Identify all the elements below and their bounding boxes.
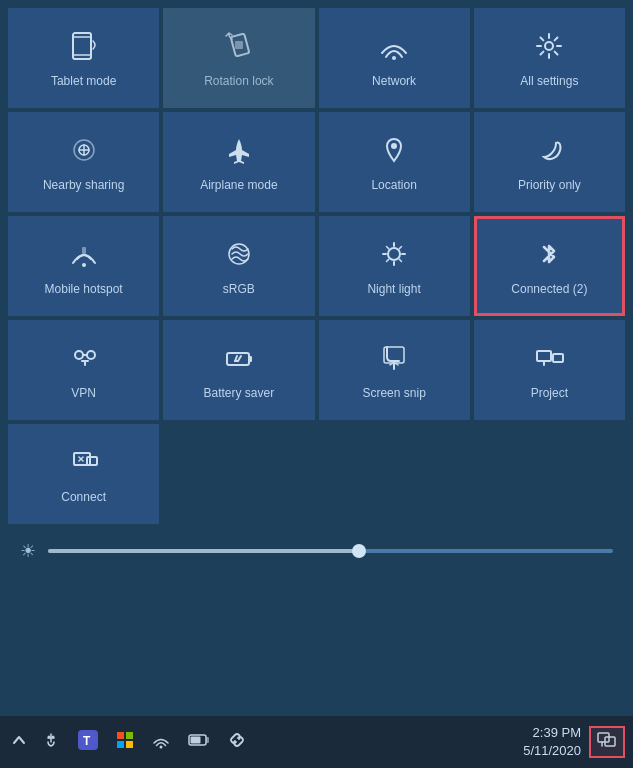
svg-point-11: [82, 263, 86, 267]
svg-point-40: [48, 736, 51, 739]
srgb-icon: [224, 239, 254, 274]
svg-point-48: [160, 746, 163, 749]
svg-rect-44: [117, 732, 124, 739]
tile-tablet-mode[interactable]: Tablet mode: [8, 8, 159, 108]
tile-mobile-hotspot[interactable]: Mobile hotspot: [8, 216, 159, 316]
tile-location[interactable]: Location: [319, 112, 470, 212]
all-settings-icon: [534, 31, 564, 66]
project-label: Project: [531, 386, 568, 400]
svg-rect-50: [206, 737, 209, 743]
tile-all-settings[interactable]: All settings: [474, 8, 625, 108]
taskbar-right: 2:39 PM 5/11/2020: [523, 724, 625, 760]
svg-rect-51: [191, 737, 201, 744]
brightness-bar: ☀: [0, 528, 633, 574]
rotation-lock-icon: [224, 31, 254, 66]
svg-point-14: [388, 248, 400, 260]
vpn-icon: [69, 343, 99, 378]
tile-srgb[interactable]: sRGB: [163, 216, 314, 316]
svg-point-41: [52, 736, 55, 739]
tile-project[interactable]: Project: [474, 320, 625, 420]
svg-point-7: [545, 42, 553, 50]
svg-rect-46: [117, 741, 124, 748]
taskbar-wifi-icon[interactable]: [148, 727, 174, 757]
taskbar-project-button[interactable]: [589, 726, 625, 758]
rotation-lock-label: Rotation lock: [204, 74, 273, 88]
date-display: 5/11/2020: [523, 742, 581, 760]
taskbar-battery-icon[interactable]: [184, 729, 214, 755]
tile-night-light[interactable]: Night light: [319, 216, 470, 316]
nearby-sharing-label: Nearby sharing: [43, 178, 124, 192]
battery-saver-icon: [224, 343, 254, 378]
tile-connect[interactable]: Connect: [8, 424, 159, 524]
svg-rect-47: [126, 741, 133, 748]
connect-icon: [69, 447, 99, 482]
brightness-fill: [48, 549, 359, 553]
night-light-label: Night light: [367, 282, 420, 296]
tablet-mode-label: Tablet mode: [51, 74, 116, 88]
nearby-sharing-icon: [69, 135, 99, 170]
project-icon: [534, 343, 564, 378]
svg-line-21: [400, 247, 402, 249]
svg-rect-45: [126, 732, 133, 739]
network-icon: [379, 31, 409, 66]
svg-line-20: [400, 260, 402, 262]
priority-only-label: Priority only: [518, 178, 581, 192]
battery-saver-label: Battery saver: [204, 386, 275, 400]
tile-nearby-sharing[interactable]: Nearby sharing: [8, 112, 159, 212]
svg-text:T: T: [83, 734, 91, 748]
brightness-slider[interactable]: [48, 549, 613, 553]
screen-snip-icon: [379, 343, 409, 378]
screen-snip-label: Screen snip: [362, 386, 425, 400]
night-light-icon: [379, 239, 409, 274]
mobile-hotspot-label: Mobile hotspot: [45, 282, 123, 296]
location-label: Location: [371, 178, 416, 192]
mobile-hotspot-icon: [69, 239, 99, 274]
svg-point-24: [87, 351, 95, 359]
taskbar-time[interactable]: 2:39 PM 5/11/2020: [523, 724, 581, 760]
svg-point-10: [391, 143, 397, 149]
tile-network[interactable]: Network: [319, 8, 470, 108]
taskbar-link-icon[interactable]: [224, 727, 250, 757]
priority-only-icon: [534, 135, 564, 170]
svg-rect-33: [553, 354, 563, 362]
srgb-label: sRGB: [223, 282, 255, 296]
svg-rect-26: [249, 356, 252, 362]
svg-line-22: [387, 260, 389, 262]
taskbar-left: T: [8, 726, 250, 758]
network-label: Network: [372, 74, 416, 88]
taskbar-chevron[interactable]: [8, 729, 30, 755]
location-icon: [379, 135, 409, 170]
svg-point-23: [75, 351, 83, 359]
svg-point-6: [392, 56, 396, 60]
bluetooth-icon: [534, 239, 564, 274]
brightness-icon: ☀: [20, 540, 36, 562]
svg-rect-5: [235, 41, 243, 49]
tile-airplane-mode[interactable]: Airplane mode: [163, 112, 314, 212]
tile-vpn[interactable]: VPN: [8, 320, 159, 420]
tablet-mode-icon: [69, 31, 99, 66]
svg-rect-37: [87, 457, 97, 465]
svg-rect-32: [537, 351, 551, 361]
airplane-mode-label: Airplane mode: [200, 178, 277, 192]
taskbar-usb-icon[interactable]: [40, 728, 64, 756]
time-display: 2:39 PM: [523, 724, 581, 742]
tiles-grid: Tablet mode Rotation lock Network: [0, 0, 633, 528]
taskbar-grid-icon[interactable]: [112, 727, 138, 757]
connect-label: Connect: [61, 490, 106, 504]
tile-priority-only[interactable]: Priority only: [474, 112, 625, 212]
tile-bluetooth[interactable]: Connected (2): [474, 216, 625, 316]
svg-rect-25: [227, 353, 249, 365]
svg-line-19: [387, 247, 389, 249]
airplane-mode-icon: [224, 135, 254, 170]
all-settings-label: All settings: [520, 74, 578, 88]
tile-screen-snip[interactable]: Screen snip: [319, 320, 470, 420]
taskbar: T: [0, 716, 633, 768]
bluetooth-label: Connected (2): [511, 282, 587, 296]
vpn-label: VPN: [71, 386, 96, 400]
brightness-thumb[interactable]: [352, 544, 366, 558]
svg-line-29: [238, 356, 241, 361]
tile-rotation-lock[interactable]: Rotation lock: [163, 8, 314, 108]
action-center: Tablet mode Rotation lock Network: [0, 0, 633, 768]
tile-battery-saver[interactable]: Battery saver: [163, 320, 314, 420]
taskbar-teams-icon[interactable]: T: [74, 726, 102, 758]
